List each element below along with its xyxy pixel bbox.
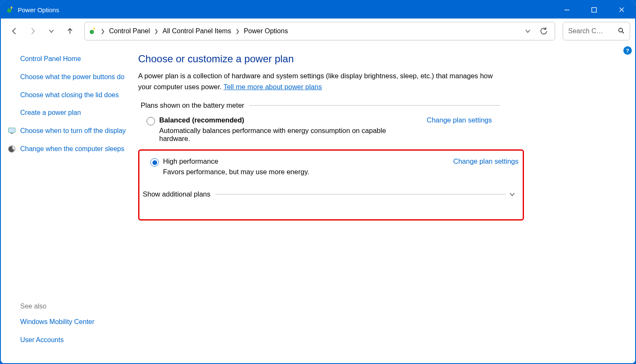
app-icon xyxy=(6,5,14,14)
breadcrumb-all-items[interactable]: All Control Panel Items xyxy=(162,26,232,37)
svg-point-4 xyxy=(619,28,623,32)
learn-more-link[interactable]: Tell me more about power plans xyxy=(223,83,322,90)
nav-up-button[interactable] xyxy=(61,23,78,40)
window-title: Power Options xyxy=(18,6,59,13)
additional-plans-header[interactable]: Show additional plans xyxy=(143,190,518,198)
plan-high-performance: High performance Favors performance, but… xyxy=(142,157,518,176)
radio-high-performance[interactable] xyxy=(150,158,159,167)
address-bar[interactable]: ❯ Control Panel ❯ All Control Panel Item… xyxy=(84,22,555,40)
svg-point-3 xyxy=(90,30,94,34)
svg-rect-6 xyxy=(11,133,13,134)
nav-forward-button[interactable] xyxy=(24,23,41,40)
sidebar-link-closing-lid[interactable]: Choose what closing the lid does xyxy=(20,90,127,101)
chevron-right-icon[interactable]: ❯ xyxy=(233,28,242,34)
address-icon xyxy=(88,27,97,36)
see-also-label: See also xyxy=(20,303,127,310)
page-description: A power plan is a collection of hardware… xyxy=(138,71,505,92)
plan-high-title: High performance xyxy=(163,157,445,165)
plan-balanced-sub: Automatically balances performance with … xyxy=(159,127,418,143)
search-placeholder: Search C… xyxy=(568,27,618,35)
titlebar: Power Options xyxy=(1,1,635,19)
chevron-right-icon[interactable]: ❯ xyxy=(152,28,161,34)
nav-back-button[interactable] xyxy=(6,23,23,40)
svg-point-0 xyxy=(7,8,11,13)
sidebar-link-turn-off-display[interactable]: Choose when to turn off the display xyxy=(20,126,127,136)
maximize-button[interactable] xyxy=(580,1,608,19)
sidebar-home-link[interactable]: Control Panel Home xyxy=(20,54,127,64)
additional-plans-label: Show additional plans xyxy=(143,190,211,198)
page-title: Choose or customize a power plan xyxy=(138,53,610,65)
refresh-button[interactable] xyxy=(536,24,551,39)
main-content: Choose or customize a power plan A power… xyxy=(136,44,635,363)
sidebar-link-create-plan[interactable]: Create a power plan xyxy=(20,108,127,118)
change-plan-settings-balanced[interactable]: Change plan settings xyxy=(427,116,492,124)
monitor-icon xyxy=(8,127,16,135)
search-icon xyxy=(618,27,625,35)
svg-rect-1 xyxy=(564,10,569,10)
close-button[interactable] xyxy=(608,1,635,19)
breadcrumb-power-options[interactable]: Power Options xyxy=(243,26,289,37)
minimize-button[interactable] xyxy=(553,1,580,19)
highlight-box: High performance Favors performance, but… xyxy=(138,149,524,221)
address-dropdown-button[interactable] xyxy=(520,24,535,39)
plan-balanced: Balanced (recommended) Automatically bal… xyxy=(138,116,492,143)
svg-rect-5 xyxy=(8,128,15,133)
sidebar: Control Panel Home Choose what the power… xyxy=(1,44,136,363)
chevron-down-icon xyxy=(506,191,518,198)
sidebar-link-user-accounts[interactable]: User Accounts xyxy=(20,335,127,345)
divider xyxy=(249,105,500,106)
radio-balanced[interactable] xyxy=(147,117,155,125)
divider xyxy=(216,194,506,194)
plans-group-header: Plans shown on the battery meter xyxy=(138,101,500,109)
moon-icon xyxy=(8,145,16,153)
sidebar-link-mobility-center[interactable]: Windows Mobility Center xyxy=(20,317,127,327)
nav-row: ❯ Control Panel ❯ All Control Panel Item… xyxy=(1,19,635,44)
svg-rect-2 xyxy=(592,8,596,12)
plans-group-label: Plans shown on the battery meter xyxy=(141,101,244,109)
nav-recent-dropdown[interactable] xyxy=(43,23,60,40)
chevron-right-icon[interactable]: ❯ xyxy=(98,28,107,34)
plan-balanced-title: Balanced (recommended) xyxy=(159,116,418,124)
search-input[interactable]: Search C… xyxy=(563,22,630,40)
breadcrumb-control-panel[interactable]: Control Panel xyxy=(108,26,151,37)
sidebar-link-power-buttons[interactable]: Choose what the power buttons do xyxy=(20,72,127,82)
plan-high-sub: Favors performance, but may use more ene… xyxy=(163,168,445,176)
change-plan-settings-high[interactable]: Change plan settings xyxy=(453,157,518,165)
sidebar-link-computer-sleeps[interactable]: Change when the computer sleeps xyxy=(20,144,127,154)
